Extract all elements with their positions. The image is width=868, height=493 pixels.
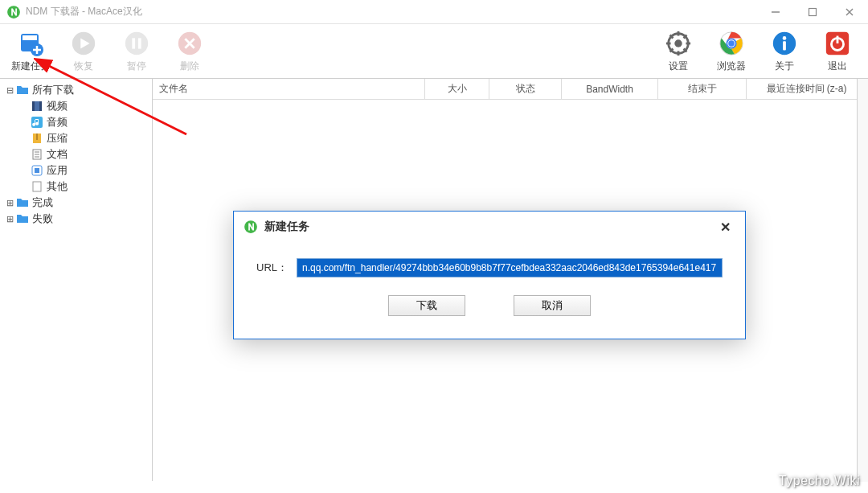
svg-rect-2 xyxy=(809,8,817,15)
settings-button[interactable]: 设置 xyxy=(657,29,699,73)
titlebar: NDM 下载器 - MacAce汉化 xyxy=(0,0,868,24)
pause-label: 暂停 xyxy=(127,60,146,73)
new-task-button[interactable]: 新建任务 xyxy=(10,29,51,73)
svg-point-14 xyxy=(674,39,682,47)
app-logo-icon xyxy=(244,220,258,234)
col-end[interactable]: 结束于 xyxy=(658,79,747,99)
expand-icon[interactable]: ⊞ xyxy=(5,214,14,224)
svg-rect-6 xyxy=(23,35,37,40)
delete-label: 删除 xyxy=(180,60,199,73)
sidebar: ⊟ 所有下载 视频 音频 压缩 文档 应用 其他 ⊞完成 ⊞失败 xyxy=(0,79,153,481)
svg-point-9 xyxy=(125,32,148,55)
expand-icon[interactable]: ⊞ xyxy=(5,198,14,208)
sidebar-item-video[interactable]: 视频 xyxy=(2,98,150,114)
new-task-label: 新建任务 xyxy=(11,60,50,73)
play-icon xyxy=(69,29,98,58)
svg-point-26 xyxy=(728,40,735,47)
video-icon xyxy=(31,100,43,113)
window-title: NDM 下载器 - MacAce汉化 xyxy=(26,5,757,18)
pause-button[interactable]: 暂停 xyxy=(116,29,158,73)
table-header: 文件名 大小 状态 BandWidth 结束于 最近连接时间 (z-a) xyxy=(153,79,867,100)
folder-icon xyxy=(16,84,29,97)
svg-point-28 xyxy=(783,36,787,40)
sidebar-item-other[interactable]: 其他 xyxy=(2,179,150,195)
sidebar-item-archive[interactable]: 压缩 xyxy=(2,130,150,146)
sidebar-item-done[interactable]: ⊞完成 xyxy=(2,195,150,211)
col-bandwidth[interactable]: BandWidth xyxy=(562,79,658,99)
svg-rect-11 xyxy=(138,38,141,48)
cancel-button[interactable]: 取消 xyxy=(514,295,591,316)
app-logo-icon xyxy=(6,5,21,19)
dialog-titlebar: 新建任务 ✕ xyxy=(234,212,745,242)
sidebar-root-label: 所有下载 xyxy=(32,83,74,97)
url-input[interactable] xyxy=(297,258,723,277)
new-task-icon xyxy=(16,29,45,58)
svg-rect-34 xyxy=(39,101,42,111)
sidebar-item-failed[interactable]: ⊞失败 xyxy=(2,211,150,227)
folder-icon xyxy=(16,212,29,225)
resume-button[interactable]: 恢复 xyxy=(63,29,104,73)
app-icon xyxy=(31,164,43,177)
svg-rect-43 xyxy=(35,168,39,173)
power-icon xyxy=(823,29,852,58)
svg-rect-37 xyxy=(36,134,38,140)
gear-icon xyxy=(664,29,693,58)
url-label: URL： xyxy=(256,261,297,275)
dialog-close-button[interactable]: ✕ xyxy=(715,216,735,238)
col-status[interactable]: 状态 xyxy=(489,79,562,99)
browser-label: 浏览器 xyxy=(717,60,746,73)
delete-icon xyxy=(175,29,204,58)
resume-label: 恢复 xyxy=(74,60,93,73)
col-name[interactable]: 文件名 xyxy=(153,79,425,99)
svg-rect-29 xyxy=(783,41,786,50)
info-icon xyxy=(770,29,799,58)
dialog-title: 新建任务 xyxy=(264,220,309,234)
col-time[interactable]: 最近连接时间 (z-a) xyxy=(747,79,867,99)
chrome-icon xyxy=(717,29,746,58)
pause-icon xyxy=(122,29,151,58)
sidebar-item-document[interactable]: 文档 xyxy=(2,146,150,162)
download-button[interactable]: 下载 xyxy=(388,295,465,316)
exit-label: 退出 xyxy=(828,60,847,73)
about-button[interactable]: 关于 xyxy=(764,29,805,73)
col-size[interactable]: 大小 xyxy=(425,79,489,99)
browser-button[interactable]: 浏览器 xyxy=(710,29,752,73)
minimize-button[interactable] xyxy=(757,0,794,24)
delete-button[interactable]: 删除 xyxy=(169,29,211,73)
document-icon xyxy=(31,148,43,161)
maximize-button[interactable] xyxy=(794,0,831,24)
scrollbar-track[interactable] xyxy=(857,79,868,482)
audio-icon xyxy=(31,116,43,129)
folder-icon xyxy=(16,196,29,209)
sidebar-item-app[interactable]: 应用 xyxy=(2,162,150,179)
settings-label: 设置 xyxy=(669,60,688,73)
new-task-dialog: 新建任务 ✕ URL： 下载 取消 xyxy=(233,211,746,339)
exit-button[interactable]: 退出 xyxy=(817,29,858,73)
toolbar: 新建任务 恢复 暂停 删除 设置 浏览器 关于 退出 xyxy=(0,24,868,79)
collapse-icon[interactable]: ⊟ xyxy=(5,85,14,96)
other-icon xyxy=(31,180,43,193)
close-window-button[interactable] xyxy=(831,0,868,24)
sidebar-root-all[interactable]: ⊟ 所有下载 xyxy=(2,82,150,98)
svg-rect-10 xyxy=(132,38,135,48)
archive-icon xyxy=(31,132,43,145)
svg-rect-44 xyxy=(33,182,41,191)
about-label: 关于 xyxy=(775,60,794,73)
svg-rect-33 xyxy=(32,101,35,111)
sidebar-item-audio[interactable]: 音频 xyxy=(2,114,150,130)
